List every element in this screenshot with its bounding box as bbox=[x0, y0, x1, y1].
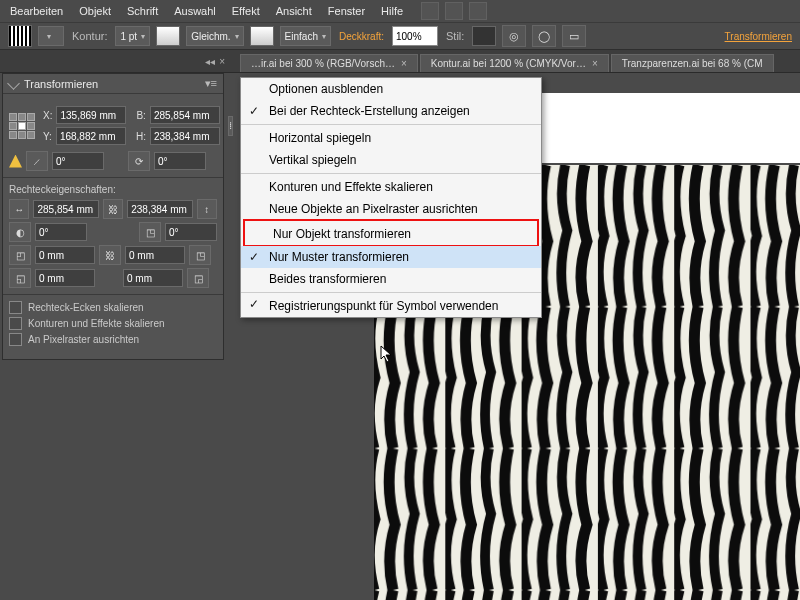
mouse-cursor-icon bbox=[380, 345, 394, 363]
x-field[interactable]: 135,869 mm bbox=[56, 106, 126, 124]
mi-scale-strokes[interactable]: Konturen und Effekte skalieren bbox=[241, 173, 541, 198]
menu-objekt[interactable]: Objekt bbox=[71, 2, 119, 20]
opacity-value[interactable]: 100% bbox=[392, 26, 438, 46]
tab-doc-1[interactable]: …ir.ai bei 300 % (RGB/Vorsch…× bbox=[240, 54, 418, 72]
menu-auswahl[interactable]: Auswahl bbox=[166, 2, 224, 20]
mi-transform-pattern-only[interactable]: ✓Nur Muster transformieren bbox=[241, 246, 541, 268]
main-area: ◂◂× Transformieren ▾≡ X:135,869 mm B:285… bbox=[0, 73, 800, 600]
mi-align-pixel[interactable]: Neue Objekte an Pixelraster ausrichten bbox=[241, 198, 541, 220]
shear-icon: ⟋ bbox=[26, 151, 48, 171]
menu-label: Nur Muster transformieren bbox=[269, 250, 409, 264]
tab-doc-2[interactable]: Kontur.ai bei 1200 % (CMYK/Vor…× bbox=[420, 54, 609, 72]
shear-field[interactable]: 0° bbox=[52, 152, 104, 170]
link-wh-icon[interactable]: ⛓ bbox=[103, 199, 123, 219]
x-label: X: bbox=[43, 110, 52, 121]
y-field[interactable]: 168,882 mm bbox=[56, 127, 126, 145]
recolor-icon[interactable]: ◯ bbox=[532, 25, 556, 47]
menu-label: Horizontal spiegeln bbox=[269, 131, 371, 145]
mi-use-reg-point[interactable]: ✓Registrierungspunkt für Symbol verwende… bbox=[241, 292, 541, 317]
corner-tr-icon[interactable]: ◳ bbox=[189, 245, 211, 265]
fill-menu[interactable] bbox=[38, 26, 64, 46]
transform-panel: ◂◂× Transformieren ▾≡ X:135,869 mm B:285… bbox=[2, 73, 224, 360]
corner-br-icon[interactable]: ◲ bbox=[187, 268, 209, 288]
menu-hilfe[interactable]: Hilfe bbox=[373, 2, 411, 20]
opt-scale-strokes[interactable]: Konturen und Effekte skalieren bbox=[9, 317, 217, 330]
menu-label: Neue Objekte an Pixelraster ausrichten bbox=[269, 202, 478, 216]
mi-transform-object-only[interactable]: Nur Objekt transformieren bbox=[243, 219, 539, 247]
rotate-field[interactable]: 0° bbox=[154, 152, 206, 170]
menu-label: Bei der Rechteck-Erstellung anzeigen bbox=[269, 104, 470, 118]
rect-angle2-field[interactable]: 0° bbox=[165, 223, 217, 241]
warning-icon bbox=[9, 155, 22, 168]
workspace-icons bbox=[421, 2, 487, 20]
style-swatch[interactable] bbox=[472, 26, 496, 46]
corner-type-icon[interactable]: ◳ bbox=[139, 222, 161, 242]
align-icon[interactable]: ◎ bbox=[502, 25, 526, 47]
rect-h-field[interactable]: 238,384 mm bbox=[127, 200, 192, 218]
transform-icon[interactable]: ▭ bbox=[562, 25, 586, 47]
corner-tl-field[interactable]: 0 mm bbox=[35, 246, 95, 264]
sync-icon[interactable] bbox=[469, 2, 487, 20]
mi-flip-h[interactable]: Horizontal spiegeln bbox=[241, 124, 541, 149]
y-label: Y: bbox=[43, 131, 52, 142]
mi-show-on-rect[interactable]: ✓Bei der Rechteck-Erstellung anzeigen bbox=[241, 100, 541, 122]
arrange-icon[interactable] bbox=[445, 2, 463, 20]
menu-effekt[interactable]: Effekt bbox=[224, 2, 268, 20]
brush-swatch[interactable] bbox=[156, 26, 180, 46]
brush-swatch-2[interactable] bbox=[250, 26, 274, 46]
b-field[interactable]: 285,854 mm bbox=[150, 106, 220, 124]
constrain-proportions-icon[interactable]: ⁞ bbox=[228, 116, 233, 136]
dash-profile-1[interactable]: Gleichm. bbox=[186, 26, 243, 46]
reference-point[interactable] bbox=[9, 113, 35, 139]
tab-label: Tranzparenzen.ai bei 68 % (CM bbox=[622, 58, 763, 69]
rect-w-field[interactable]: 285,854 mm bbox=[33, 200, 98, 218]
dash-profile-2[interactable]: Einfach bbox=[280, 26, 331, 46]
menu-label: Nur Objekt transformieren bbox=[273, 227, 411, 241]
checkbox-label: Rechteck-Ecken skalieren bbox=[28, 302, 144, 313]
corner-tr-field[interactable]: 0 mm bbox=[125, 246, 185, 264]
panel-collapse-icon[interactable]: ◂◂ bbox=[205, 56, 215, 72]
h-field[interactable]: 238,384 mm bbox=[150, 127, 220, 145]
panel-tab-transform[interactable]: Transformieren ▾≡ bbox=[3, 74, 223, 94]
style-label: Stil: bbox=[446, 30, 464, 42]
rect-angle-icon: ◐ bbox=[9, 222, 31, 242]
corner-br-field[interactable]: 0 mm bbox=[123, 269, 183, 287]
corner-bl-field[interactable]: 0 mm bbox=[35, 269, 95, 287]
control-bar: Kontur: 1 pt Gleichm. Einfach Deckkraft:… bbox=[0, 23, 800, 50]
panel-close-icon[interactable]: × bbox=[219, 56, 225, 72]
menu-bearbeiten[interactable]: Bearbeiten bbox=[2, 2, 71, 20]
menubar[interactable]: Bearbeiten Objekt Schrift Auswahl Effekt… bbox=[0, 0, 800, 23]
chevron-down-icon bbox=[7, 77, 20, 90]
fill-swatch[interactable] bbox=[8, 25, 32, 47]
opacity-label[interactable]: Deckkraft: bbox=[339, 31, 384, 42]
corner-tl-icon[interactable]: ◰ bbox=[9, 245, 31, 265]
close-icon[interactable]: × bbox=[401, 58, 407, 69]
opt-pixel-align[interactable]: An Pixelraster ausrichten bbox=[9, 333, 217, 346]
rotate-icon: ⟳ bbox=[128, 151, 150, 171]
stroke-width[interactable]: 1 pt bbox=[115, 26, 150, 46]
corner-bl-icon[interactable]: ◱ bbox=[9, 268, 31, 288]
tab-label: …ir.ai bei 300 % (RGB/Vorsch… bbox=[251, 58, 395, 69]
bridge-icon[interactable] bbox=[421, 2, 439, 20]
panel-flyout-menu: Optionen ausblenden ✓Bei der Rechteck-Er… bbox=[240, 77, 542, 318]
rect-height-icon: ↕ bbox=[197, 199, 217, 219]
menu-fenster[interactable]: Fenster bbox=[320, 2, 373, 20]
opt-scale-corners[interactable]: Rechteck-Ecken skalieren bbox=[9, 301, 217, 314]
b-label: B: bbox=[136, 110, 145, 121]
checkbox-label: Konturen und Effekte skalieren bbox=[28, 318, 165, 329]
transform-link[interactable]: Transformieren bbox=[725, 31, 792, 42]
rect-angle-field[interactable]: 0° bbox=[35, 223, 87, 241]
menu-label: Vertikal spiegeln bbox=[269, 153, 356, 167]
menu-label: Optionen ausblenden bbox=[269, 82, 383, 96]
mi-flip-v[interactable]: Vertikal spiegeln bbox=[241, 149, 541, 171]
menu-ansicht[interactable]: Ansicht bbox=[268, 2, 320, 20]
tab-doc-3[interactable]: Tranzparenzen.ai bei 68 % (CM bbox=[611, 54, 774, 72]
tab-label: Kontur.ai bei 1200 % (CMYK/Vor… bbox=[431, 58, 586, 69]
menu-schrift[interactable]: Schrift bbox=[119, 2, 166, 20]
mi-hide-options[interactable]: Optionen ausblenden bbox=[241, 78, 541, 100]
panel-flyout-icon[interactable]: ▾≡ bbox=[205, 77, 217, 90]
close-icon[interactable]: × bbox=[592, 58, 598, 69]
mi-transform-both[interactable]: Beides transformieren bbox=[241, 268, 541, 290]
link-corners-icon[interactable]: ⛓ bbox=[99, 245, 121, 265]
check-icon: ✓ bbox=[249, 104, 259, 118]
